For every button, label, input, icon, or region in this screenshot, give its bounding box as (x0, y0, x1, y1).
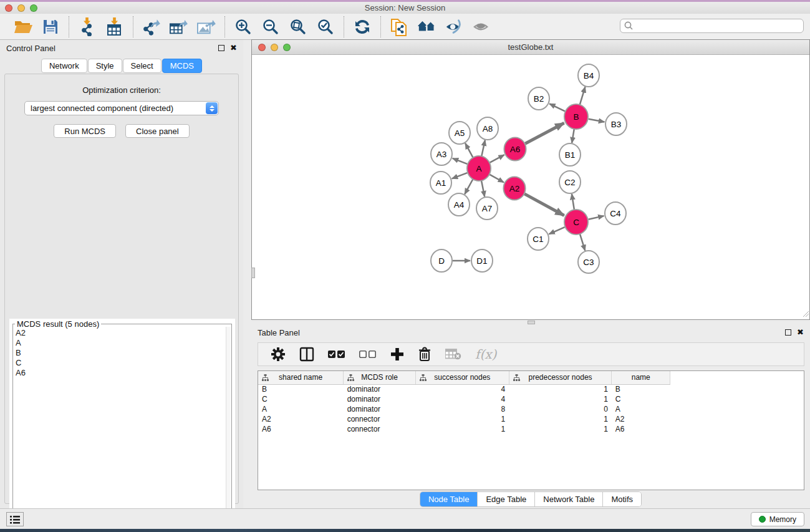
home-view-icon[interactable] (417, 17, 436, 36)
gear-icon[interactable] (271, 347, 286, 362)
import-table-icon[interactable] (105, 17, 124, 36)
tab-edge-table[interactable]: Edge Table (478, 492, 535, 506)
trash-icon[interactable] (418, 347, 432, 362)
mcds-result-item[interactable]: C (14, 358, 225, 368)
graph-node-C4[interactable]: C4 (605, 202, 626, 225)
tab-select[interactable]: Select (123, 59, 162, 73)
cell-successor-nodes[interactable]: 1 (416, 414, 509, 424)
cell-predecessor-nodes[interactable]: 1 (509, 424, 612, 434)
clone-network-icon[interactable] (390, 17, 408, 36)
graph-edge-A-A4[interactable] (465, 180, 473, 195)
network-canvas[interactable]: A A1 A3 A4 A5 A7 A8 A6 A2 B B1 B2 B3 (252, 56, 809, 319)
tab-style[interactable]: Style (88, 59, 122, 73)
graph-node-D[interactable]: D (431, 249, 452, 272)
table-row[interactable]: Adominator80A (258, 404, 804, 414)
cell-shared-name[interactable]: C (258, 394, 344, 404)
cell-MCDS-role[interactable]: dominator (344, 404, 416, 414)
zoom-selected-icon[interactable] (316, 17, 335, 36)
cell-shared-name[interactable]: A6 (258, 424, 344, 434)
tab-network[interactable]: Network (41, 59, 87, 73)
cell-predecessor-nodes[interactable]: 1 (509, 394, 612, 404)
graph-edge-C-C4[interactable] (589, 216, 604, 220)
run-mcds-button[interactable]: Run MCDS (54, 124, 116, 138)
graph-node-B2[interactable]: B2 (528, 87, 549, 110)
zoom-fit-icon[interactable] (289, 17, 307, 36)
graph-edge-A-A8[interactable] (481, 140, 485, 157)
close-panel-icon[interactable]: ✖ (230, 45, 237, 51)
cell-successor-nodes[interactable]: 4 (416, 394, 509, 404)
graph-edge-B-B2[interactable] (549, 104, 565, 111)
graph-node-A6[interactable]: A6 (504, 138, 526, 161)
graph-edge-A-A7[interactable] (481, 181, 485, 197)
cell-predecessor-nodes[interactable]: 0 (509, 404, 612, 414)
graph-node-C2[interactable]: C2 (559, 171, 581, 193)
graph-edge-A-A6[interactable] (490, 155, 504, 162)
tab-motifs[interactable]: Motifs (603, 492, 641, 506)
graph-node-A2[interactable]: A2 (504, 177, 526, 200)
zoom-in-icon[interactable] (234, 17, 253, 36)
refresh-icon[interactable] (353, 17, 372, 36)
graph-edge-C-C2[interactable] (572, 194, 574, 210)
cell-name[interactable]: A (612, 404, 670, 414)
mcds-result-scrollbar[interactable] (226, 327, 231, 528)
mcds-result-item[interactable]: A6 (14, 368, 225, 378)
task-history-button[interactable] (6, 512, 24, 526)
graph-node-A3[interactable]: A3 (431, 143, 452, 165)
graph-node-C1[interactable]: C1 (528, 228, 549, 250)
table-row[interactable]: A6connector11A6 (258, 424, 804, 434)
tab-node-table[interactable]: Node Table (420, 492, 478, 506)
column-header-predecessor-nodes[interactable]: predecessor nodes (509, 371, 612, 384)
graph-edge-A6-B[interactable] (525, 123, 564, 143)
column-header-shared-name[interactable]: shared name (258, 371, 344, 384)
resize-grip-icon[interactable] (801, 309, 809, 319)
graph-node-C3[interactable]: C3 (578, 251, 599, 273)
cell-name[interactable]: B (612, 384, 670, 394)
graph-node-A4[interactable]: A4 (448, 193, 470, 216)
cell-shared-name[interactable]: A2 (258, 414, 344, 424)
graph-node-B[interactable]: B (564, 104, 588, 129)
cell-MCDS-role[interactable]: dominator (344, 394, 416, 404)
tab-network-table[interactable]: Network Table (535, 492, 603, 506)
graph-edge-A-A1[interactable] (452, 173, 468, 178)
graph-node-A8[interactable]: A8 (477, 117, 498, 140)
cell-shared-name[interactable]: A (258, 404, 344, 414)
cell-successor-nodes[interactable]: 8 (416, 404, 509, 414)
cell-name[interactable]: A2 (612, 414, 670, 424)
graph-node-B3[interactable]: B3 (605, 113, 627, 135)
cell-shared-name[interactable]: B (258, 384, 344, 394)
deselect-all-icon[interactable] (359, 350, 377, 359)
cell-successor-nodes[interactable]: 4 (416, 384, 509, 394)
cell-MCDS-role[interactable]: connector (344, 414, 416, 424)
mcds-result-item[interactable]: A2 (14, 328, 225, 338)
mcds-result-item[interactable]: B (14, 348, 225, 358)
graph-node-A[interactable]: A (467, 156, 491, 181)
cell-MCDS-role[interactable]: connector (344, 424, 416, 434)
mcds-result-item[interactable]: A (14, 338, 225, 348)
optimization-criterion-select[interactable]: largest connected component (directed) (24, 101, 219, 115)
close-table-panel-icon[interactable]: ✖ (797, 329, 804, 336)
graph-edge-A-A3[interactable] (453, 158, 468, 164)
table-row[interactable]: A2connector11A2 (258, 414, 804, 424)
graph-node-B4[interactable]: B4 (578, 64, 599, 87)
table-row[interactable]: Bdominator41B (258, 384, 804, 394)
column-header-MCDS-role[interactable]: MCDS role (344, 371, 416, 384)
graph-node-C[interactable]: C (564, 210, 588, 235)
cell-predecessor-nodes[interactable]: 1 (509, 414, 612, 424)
graph-node-D1[interactable]: D1 (471, 249, 493, 272)
export-network-icon[interactable] (142, 17, 161, 36)
save-session-icon[interactable] (41, 17, 60, 36)
graph-edge-A2-C[interactable] (524, 194, 564, 216)
column-header-successor-nodes[interactable]: successor nodes (416, 371, 509, 384)
float-table-panel-icon[interactable] (785, 329, 791, 336)
table-row[interactable]: Cdominator41C (258, 394, 804, 404)
vertical-splitter-handle[interactable] (251, 268, 255, 278)
graph-edge-A-A2[interactable] (489, 175, 504, 183)
zoom-out-icon[interactable] (261, 17, 280, 36)
export-table-icon[interactable] (170, 17, 188, 36)
cell-predecessor-nodes[interactable]: 1 (509, 384, 612, 394)
graph-node-B1[interactable]: B1 (559, 143, 581, 166)
open-file-icon[interactable] (14, 17, 32, 36)
cell-successor-nodes[interactable]: 1 (416, 424, 509, 434)
import-network-icon[interactable] (78, 17, 97, 36)
network-window-titlebar[interactable]: testGlobe.txt (252, 40, 809, 55)
